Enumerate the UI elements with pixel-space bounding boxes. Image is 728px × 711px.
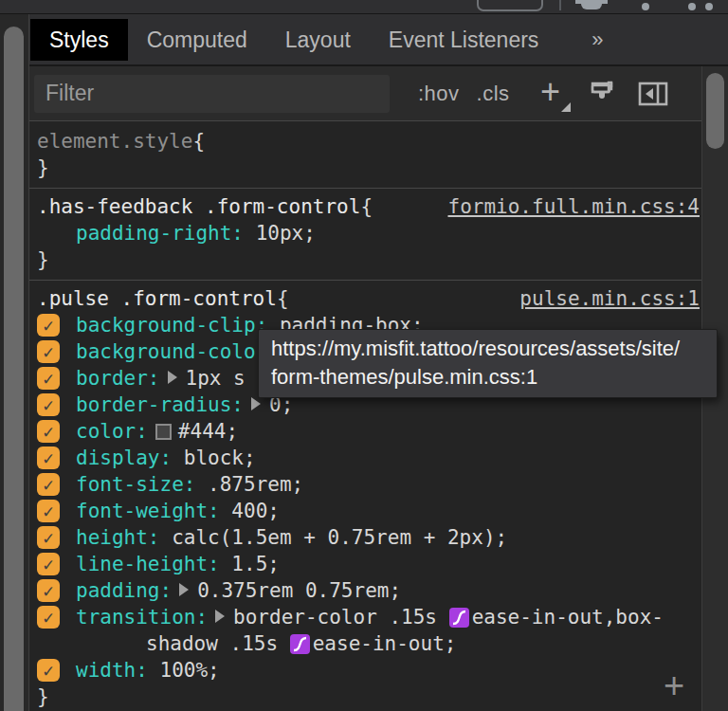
css-property-value[interactable]: border-color .15s bbox=[233, 606, 449, 629]
open-brace: { bbox=[360, 193, 373, 220]
css-property-value[interactable]: #444; bbox=[178, 420, 238, 443]
css-property-name[interactable]: background-color: bbox=[76, 340, 280, 363]
declaration-checkbox[interactable]: ✓ bbox=[37, 659, 60, 682]
css-property-value[interactable]: .875rem; bbox=[195, 473, 303, 496]
declaration-checkbox[interactable]: ✓ bbox=[37, 579, 60, 602]
declaration-text: transition:border-color .15s ease-in-out… bbox=[76, 604, 664, 657]
declaration-text: font-weight: 400; bbox=[76, 498, 280, 524]
css-property-name[interactable]: padding-right: bbox=[76, 222, 244, 245]
more-options-icon[interactable] bbox=[688, 3, 696, 10]
declaration-checkbox[interactable]: ✓ bbox=[37, 606, 60, 629]
declaration-row: ✓padding:0.375rem 0.75rem; bbox=[37, 577, 700, 604]
close-devtools-icon[interactable] bbox=[705, 3, 713, 10]
styles-filter-input[interactable] bbox=[34, 75, 390, 113]
css-property-value[interactable]: ease-in-out; bbox=[313, 632, 457, 655]
declaration-checkbox[interactable]: ✓ bbox=[37, 526, 60, 549]
devtools-top-toolbar bbox=[0, 0, 728, 14]
declaration-checkbox[interactable]: ✓ bbox=[37, 473, 60, 496]
declaration-checkbox[interactable]: ✓ bbox=[37, 340, 60, 363]
toolbar-divider bbox=[559, 0, 561, 10]
tab-layout[interactable]: Layout bbox=[266, 19, 370, 61]
rule-selector[interactable]: element.style bbox=[37, 128, 192, 155]
declaration-row: ✓width: 100%; bbox=[37, 657, 700, 684]
close-brace: } bbox=[37, 155, 700, 181]
toggle-cls-button[interactable]: .cls bbox=[477, 82, 510, 106]
declaration-checkbox[interactable]: ✓ bbox=[37, 393, 60, 416]
toggle-sidebar-icon[interactable] bbox=[637, 80, 669, 108]
css-property-name[interactable]: line-height: bbox=[76, 553, 220, 575]
declaration-text: background-color: bbox=[76, 338, 280, 365]
css-property-name[interactable]: border-radius: bbox=[76, 393, 244, 416]
toggle-hov-button[interactable]: :hov bbox=[418, 82, 460, 106]
declaration-row: ✓display: block; bbox=[37, 445, 700, 471]
cubic-bezier-icon[interactable] bbox=[449, 608, 469, 628]
color-swatch[interactable] bbox=[155, 424, 172, 440]
declaration-text: height: calc(1.5em + 0.75rem + 2px); bbox=[76, 524, 507, 551]
css-property-name[interactable]: width: bbox=[76, 659, 148, 682]
rule-header: element.style { bbox=[37, 128, 700, 155]
declaration-text: font-size: .875rem; bbox=[76, 471, 303, 498]
expand-arrow-icon[interactable] bbox=[251, 397, 261, 410]
css-property-value[interactable]: 10px; bbox=[244, 222, 316, 245]
css-property-name[interactable]: border: bbox=[76, 367, 160, 390]
cubic-bezier-icon[interactable] bbox=[290, 634, 310, 654]
declaration-text: border:1px s bbox=[76, 365, 246, 392]
stylesheet-url-tooltip: https://my.misfit.tattoo/resources/asset… bbox=[258, 329, 718, 398]
elements-panel-scrollbar-thumb[interactable] bbox=[4, 27, 24, 711]
declaration-text: width: 100%; bbox=[76, 657, 220, 684]
css-property-value[interactable]: 400; bbox=[220, 500, 280, 522]
declaration-text: padding:0.375rem 0.75rem; bbox=[76, 577, 401, 604]
elements-panel-scrollbar-track[interactable] bbox=[0, 14, 29, 711]
styles-pane-tab-bar: Styles Computed Layout Event Listeners » bbox=[29, 14, 728, 66]
expand-arrow-icon[interactable] bbox=[215, 610, 225, 623]
declaration-text: line-height: 1.5; bbox=[76, 551, 280, 577]
close-brace: } bbox=[37, 684, 700, 710]
css-property-name[interactable]: display: bbox=[76, 447, 172, 469]
open-brace: { bbox=[277, 285, 289, 312]
css-property-value[interactable]: ease-in-out,box- bbox=[472, 606, 664, 629]
tab-styles[interactable]: Styles bbox=[30, 19, 128, 61]
styles-pane-scrollbar-thumb[interactable] bbox=[706, 73, 724, 149]
rule-selector[interactable]: .pulse .form-control bbox=[37, 285, 277, 312]
expand-arrow-icon[interactable] bbox=[179, 583, 189, 596]
declaration-checkbox[interactable]: ✓ bbox=[37, 420, 60, 443]
declaration-checkbox[interactable]: ✓ bbox=[37, 314, 60, 337]
css-property-value[interactable]: 1.5; bbox=[220, 553, 280, 575]
declaration-row: ✓color:#444; bbox=[37, 418, 700, 445]
css-property-name[interactable]: transition: bbox=[76, 606, 208, 629]
css-property-value[interactable]: block; bbox=[172, 447, 256, 469]
css-property-name[interactable]: font-weight: bbox=[76, 500, 220, 522]
issues-icon[interactable] bbox=[581, 0, 602, 9]
css-property-value[interactable]: 1px s bbox=[186, 367, 246, 390]
stylesheet-source-link[interactable]: pulse.min.css:1 bbox=[519, 285, 700, 312]
more-tabs-chevron-icon[interactable]: » bbox=[573, 19, 622, 61]
css-property-name[interactable]: font-size: bbox=[76, 473, 195, 496]
declaration-checkbox[interactable]: ✓ bbox=[37, 553, 60, 575]
settings-icon[interactable] bbox=[642, 3, 649, 10]
rule-selector[interactable]: .has-feedback .form-control bbox=[37, 193, 360, 220]
expand-arrow-icon[interactable] bbox=[168, 371, 177, 384]
css-property-name[interactable]: background-clip: bbox=[76, 314, 267, 337]
declaration-checkbox[interactable]: ✓ bbox=[37, 500, 60, 522]
inspect-mode-button[interactable] bbox=[477, 0, 543, 11]
rendering-paint-icon[interactable] bbox=[588, 80, 616, 108]
tab-event-listeners[interactable]: Event Listeners bbox=[370, 19, 558, 61]
tab-computed[interactable]: Computed bbox=[128, 19, 266, 61]
rule-section: .has-feedback .form-control {formio.full… bbox=[29, 189, 701, 281]
open-brace: { bbox=[192, 128, 205, 155]
add-declaration-button[interactable]: + bbox=[658, 669, 690, 702]
declaration-row: ✓height: calc(1.5em + 0.75rem + 2px); bbox=[37, 524, 700, 551]
styles-filter-toolbar: :hov .cls + bbox=[29, 66, 728, 121]
css-property-value[interactable]: shadow .15s bbox=[146, 632, 290, 655]
declaration-row: ✓font-size: .875rem; bbox=[37, 471, 700, 498]
css-property-value[interactable]: 0.375rem 0.75rem; bbox=[197, 579, 401, 602]
declaration-checkbox[interactable]: ✓ bbox=[37, 367, 60, 390]
css-property-name[interactable]: height: bbox=[76, 526, 160, 549]
css-property-value[interactable]: 100%; bbox=[148, 659, 220, 682]
css-property-name[interactable]: padding: bbox=[76, 579, 172, 602]
css-property-value[interactable]: calc(1.5em + 0.75rem + 2px); bbox=[160, 526, 508, 549]
new-style-rule-button[interactable]: + bbox=[535, 78, 567, 110]
stylesheet-source-link[interactable]: formio.full.min.css:4 bbox=[447, 193, 700, 220]
declaration-checkbox[interactable]: ✓ bbox=[37, 447, 60, 469]
css-property-name[interactable]: color: bbox=[76, 420, 148, 443]
